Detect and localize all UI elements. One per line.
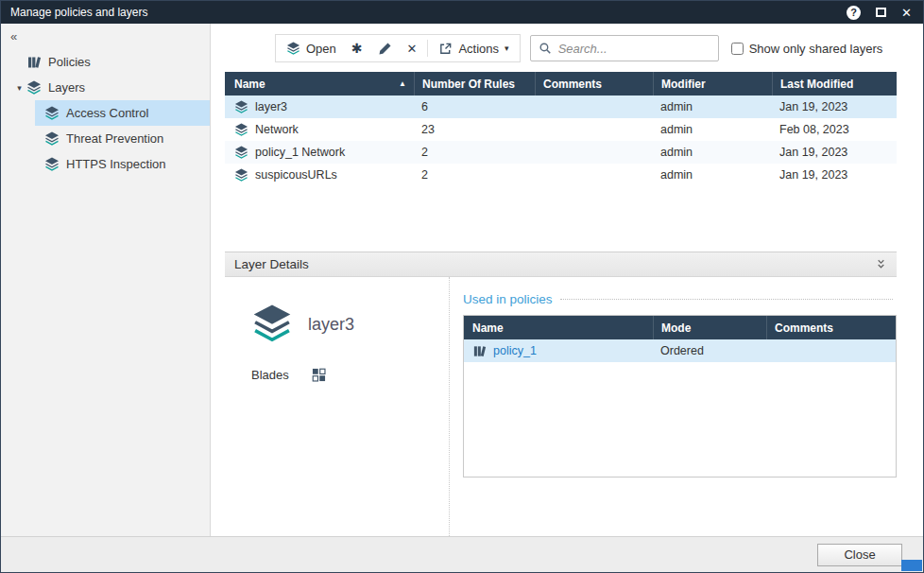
layer-details-title: Layer Details bbox=[234, 257, 309, 271]
toolbar-button-group: Open ✱ ✕ Actions ▾ bbox=[275, 34, 521, 62]
blades-grid-icon bbox=[312, 368, 326, 382]
chevron-down-icon[interactable]: ▾ bbox=[12, 83, 26, 93]
sidebar-item-label: Access Control bbox=[66, 106, 148, 120]
column-header-name[interactable]: Name ▲ bbox=[225, 78, 414, 91]
sort-asc-icon: ▲ bbox=[399, 79, 406, 88]
close-button[interactable]: Close bbox=[817, 544, 902, 566]
rules-count: 23 bbox=[414, 123, 535, 136]
edit-button[interactable] bbox=[370, 38, 400, 60]
main-panel: Open ✱ ✕ Actions ▾ bbox=[211, 24, 923, 536]
layer-name: Network bbox=[255, 123, 299, 136]
table-row[interactable]: layer3 6 admin Jan 19, 2023 bbox=[225, 96, 897, 118]
blades-label: Blades bbox=[251, 368, 289, 382]
layers-icon bbox=[234, 168, 248, 182]
sidebar-item-label: Policies bbox=[48, 55, 91, 69]
layers-icon bbox=[251, 304, 293, 345]
open-button[interactable]: Open bbox=[279, 38, 344, 60]
actions-button[interactable]: Actions ▾ bbox=[431, 38, 516, 60]
column-header-number-of-rules[interactable]: Number Of Rules bbox=[414, 72, 535, 96]
footer-bar: Close bbox=[1, 536, 923, 572]
mode-cell: Ordered bbox=[653, 344, 766, 357]
layers-icon bbox=[234, 146, 248, 160]
search-box bbox=[530, 35, 719, 61]
layers-icon bbox=[44, 106, 60, 121]
maximize-icon bbox=[876, 8, 886, 17]
policy-link[interactable]: policy_1 bbox=[493, 344, 537, 357]
table-empty-area bbox=[464, 362, 896, 477]
actions-button-label: Actions bbox=[458, 42, 499, 56]
layers-icon bbox=[286, 42, 300, 56]
policies-table-header: Name Mode Comments bbox=[464, 316, 896, 339]
sidebar-item-https-inspection[interactable]: HTTPS Inspection bbox=[35, 151, 210, 177]
modifier-cell: admin bbox=[653, 146, 772, 159]
delete-button[interactable]: ✕ bbox=[400, 38, 425, 60]
table-row[interactable]: Network 23 admin Feb 08, 2023 bbox=[225, 118, 897, 141]
toolbar-separator bbox=[427, 40, 428, 57]
column-header-label: Name bbox=[234, 78, 265, 91]
policy-tree: Policies ▾ Layers Access Control Threat … bbox=[1, 49, 210, 177]
delete-icon: ✕ bbox=[407, 42, 418, 56]
column-header-name[interactable]: Name bbox=[464, 321, 653, 335]
actions-icon bbox=[438, 42, 453, 56]
sidebar-item-label: HTTPS Inspection bbox=[66, 157, 166, 171]
table-row[interactable]: suspicousURLs 2 admin Jan 19, 2023 bbox=[225, 164, 897, 186]
layers-icon bbox=[234, 100, 248, 114]
modifier-cell: admin bbox=[653, 100, 772, 113]
sidebar-item-label: Threat Prevention bbox=[66, 131, 163, 146]
new-icon: ✱ bbox=[351, 41, 363, 56]
rules-count: 2 bbox=[414, 146, 535, 159]
help-button[interactable]: ? bbox=[847, 6, 861, 20]
pencil-icon bbox=[378, 42, 392, 56]
used-in-policies-section: Used in policies Name Mode Comments poli… bbox=[449, 277, 897, 536]
column-header-modifier[interactable]: Modifier bbox=[653, 72, 772, 96]
sidebar-collapse-button[interactable]: « bbox=[1, 27, 29, 49]
sidebar: « Policies ▾ Layers Access Control bbox=[1, 24, 211, 536]
layers-table: Name ▲ Number Of Rules Comments Modifier… bbox=[225, 72, 897, 252]
used-in-policies-title: Used in policies bbox=[463, 292, 897, 306]
modifier-cell: admin bbox=[653, 123, 772, 136]
help-icon: ? bbox=[847, 6, 861, 20]
chevron-down-icon: ▾ bbox=[505, 43, 509, 53]
open-button-label: Open bbox=[306, 42, 336, 56]
last-modified-cell: Jan 19, 2023 bbox=[772, 146, 897, 159]
sidebar-item-policies[interactable]: Policies bbox=[1, 49, 210, 75]
rules-count: 2 bbox=[414, 168, 535, 182]
column-header-comments[interactable]: Comments bbox=[535, 72, 653, 96]
new-layer-button[interactable]: ✱ bbox=[344, 37, 370, 60]
search-input[interactable] bbox=[558, 42, 710, 56]
window-title: Manage policies and layers bbox=[10, 6, 147, 19]
manage-policies-window: Manage policies and layers ? ✕ « Policie… bbox=[0, 0, 924, 573]
last-modified-cell: Jan 19, 2023 bbox=[772, 100, 897, 113]
titlebar-buttons: ? ✕ bbox=[847, 6, 912, 20]
sidebar-item-access-control[interactable]: Access Control bbox=[35, 100, 210, 126]
shared-layers-checkbox[interactable]: Show only shared layers bbox=[731, 42, 883, 56]
search-icon bbox=[539, 42, 552, 55]
table-row[interactable]: policy_1 Ordered bbox=[464, 339, 896, 362]
resize-grip[interactable] bbox=[901, 560, 922, 571]
last-modified-cell: Jan 19, 2023 bbox=[772, 168, 897, 182]
collapse-panel-icon[interactable] bbox=[874, 257, 888, 271]
column-header-mode[interactable]: Mode bbox=[653, 316, 766, 339]
layers-icon bbox=[26, 80, 42, 96]
shared-layers-checkbox-input[interactable] bbox=[731, 43, 744, 55]
layers-icon bbox=[44, 131, 60, 147]
used-in-policies-label: Used in policies bbox=[463, 292, 553, 306]
toolbar: Open ✱ ✕ Actions ▾ bbox=[275, 33, 897, 63]
sidebar-item-threat-prevention[interactable]: Threat Prevention bbox=[35, 126, 210, 151]
rules-count: 6 bbox=[414, 100, 535, 113]
table-row[interactable]: policy_1 Network 2 admin Jan 19, 2023 bbox=[225, 141, 897, 164]
maximize-button[interactable] bbox=[876, 8, 886, 17]
column-header-comments[interactable]: Comments bbox=[766, 316, 896, 339]
layers-icon bbox=[44, 157, 60, 172]
layer-name: suspicousURLs bbox=[255, 168, 337, 182]
used-in-policies-table: Name Mode Comments policy_1 Ordered bbox=[463, 315, 897, 478]
close-window-button[interactable]: ✕ bbox=[901, 6, 912, 20]
title-bar: Manage policies and layers ? ✕ bbox=[1, 1, 923, 24]
layer-details-header: Layer Details bbox=[225, 252, 897, 277]
selected-layer-name: layer3 bbox=[308, 315, 354, 335]
layers-table-header: Name ▲ Number Of Rules Comments Modifier… bbox=[225, 72, 897, 96]
layer-summary: layer3 Blades bbox=[225, 277, 449, 536]
sidebar-item-layers[interactable]: ▾ Layers bbox=[1, 75, 210, 100]
column-header-last-modified[interactable]: Last Modified bbox=[772, 72, 897, 96]
modifier-cell: admin bbox=[653, 168, 772, 182]
